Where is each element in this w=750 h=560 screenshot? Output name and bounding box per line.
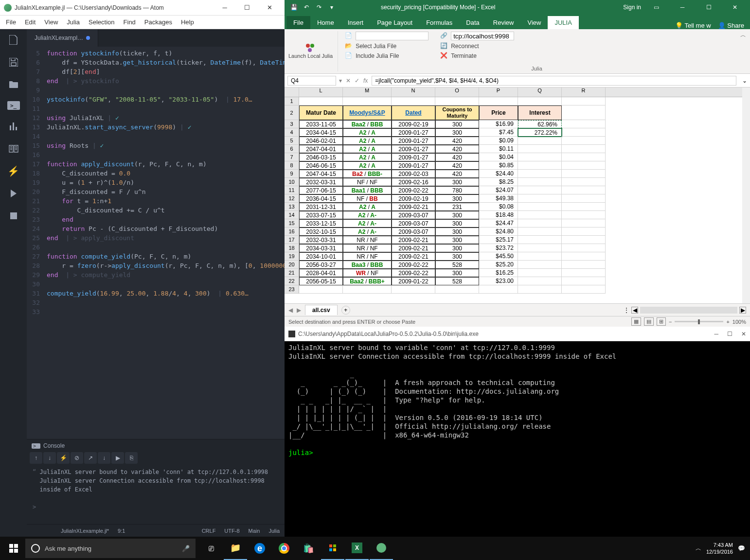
data-row[interactable]: 20 2056-03-27 Baa3 / BBB 2009-02-22 528 … (285, 261, 742, 269)
data-row[interactable]: 14 2033-07-15 A2 / A- 2009-03-07 300 $18… (285, 211, 742, 219)
maximize-button[interactable]: ☐ (697, 0, 720, 14)
tray-chevron-icon[interactable]: ︿ (696, 544, 701, 553)
undo-icon[interactable]: ↶ (301, 2, 312, 13)
menu-selection[interactable]: Selection (85, 17, 118, 28)
data-row[interactable]: 17 2032-03-31 NR / NF 2009-02-21 300 $25… (285, 236, 742, 244)
view-pagebreak-icon[interactable]: ⊞ (657, 317, 666, 326)
add-sheet-button[interactable]: + (341, 306, 350, 315)
maximize-button[interactable]: ☐ (236, 0, 258, 15)
console-bolt-button[interactable]: ⚡ (57, 452, 70, 464)
ribbon-textbox[interactable]: 📄 (344, 31, 429, 41)
console-down-button[interactable]: ↓ (43, 452, 56, 464)
status-pos[interactable]: 9:1 (118, 528, 125, 534)
data-row[interactable]: 21 2028-04-01 WR / NF 2009-02-22 300 $16… (285, 269, 742, 277)
data-row[interactable]: 16 2032-10-15 A2 / A- 2009-03-07 300 $24… (285, 228, 742, 236)
vertical-scrollbar[interactable] (742, 88, 750, 303)
start-button[interactable] (2, 537, 25, 560)
notifications-icon[interactable]: 💬 (738, 545, 745, 552)
col-N[interactable]: N (392, 88, 435, 97)
collapse-ribbon-icon[interactable]: ︿ (740, 31, 746, 39)
redo-icon[interactable]: ↷ (314, 2, 324, 13)
console-play-button[interactable]: ▶ (111, 452, 124, 464)
console-export-button[interactable]: ↗ (84, 452, 97, 464)
data-row[interactable]: 9 2047-04-15 Ba2 / BBB- 2009-02-03 420 $… (285, 170, 742, 178)
col-L[interactable]: L (299, 88, 343, 97)
data-row[interactable]: 11 2077-06-15 Baa1 / BBB 2009-02-22 780 … (285, 186, 742, 194)
edge-icon[interactable]: e (248, 537, 271, 560)
data-row[interactable]: 12 2036-04-15 NF / BB 2009-02-19 300 $49… (285, 194, 742, 203)
cancel-formula-icon[interactable]: ✕ (346, 77, 351, 84)
data-row[interactable]: 22 2056-05-15 Baa2 / BBB+ 2009-01-22 528… (285, 277, 742, 285)
data-row[interactable]: 18 2034-03-31 NR / NF 2009-02-21 300 $23… (285, 244, 742, 252)
menu-julia[interactable]: Julia (63, 17, 84, 28)
tab-pagelayout[interactable]: Page Layout (370, 16, 419, 29)
qat-customize-icon[interactable]: ▾ (326, 2, 337, 13)
scroll-left-icon[interactable]: ◀ (631, 307, 638, 314)
tellme[interactable]: 💡 Tell me w (675, 22, 711, 29)
row-1[interactable]: 1 (285, 97, 742, 105)
view-normal-icon[interactable]: ▦ (631, 317, 641, 326)
data-row[interactable]: 13 2031-12-31 A2 / A 2009-02-21 231 $0.0… (285, 203, 742, 211)
status-crlf[interactable]: CRLF (202, 528, 216, 534)
close-button[interactable]: ✕ (258, 0, 281, 15)
tab-view[interactable]: View (520, 16, 548, 29)
tab-julia[interactable]: JULIA (548, 16, 578, 29)
menu-find[interactable]: Find (120, 17, 140, 28)
menu-packages[interactable]: Packages (141, 17, 176, 28)
bars-icon[interactable] (8, 121, 19, 132)
file-icon[interactable] (8, 34, 19, 46)
menu-file[interactable]: File (2, 17, 20, 28)
save-icon[interactable] (8, 56, 19, 68)
col-M[interactable]: M (343, 88, 392, 97)
cortana-search[interactable]: Ask me anything 🎤 (25, 539, 196, 558)
horizontal-scrollbar[interactable] (640, 307, 737, 314)
data-row[interactable]: 3 2033-11-05 Baa2 / BBB 2009-02-19 300 $… (285, 120, 742, 128)
tab-review[interactable]: Review (486, 16, 521, 29)
include-julia-file[interactable]: 📄Include Julia File (344, 52, 429, 60)
formula-input[interactable]: =jlcall("compute_yield",$P4, $I4, $H4/4,… (372, 76, 736, 86)
code-content[interactable]: function ystockinfo(ticker, f, t) df = Y… (44, 47, 285, 439)
console-up-button[interactable]: ↑ (30, 452, 42, 464)
editor-tab[interactable]: JuliaInXLexampl… (27, 29, 98, 47)
maximize-button[interactable]: ☐ (727, 331, 732, 337)
excel-grid[interactable]: L M N O P Q R 1 2 Matur Date (285, 88, 750, 303)
select-julia-file[interactable]: 📂Select Julia File (344, 42, 429, 51)
minimize-button[interactable]: ─ (214, 0, 236, 15)
tab-home[interactable]: Home (310, 16, 341, 29)
data-row[interactable]: 4 2034-04-15 A2 / A 2009-01-27 300 $7.45… (285, 128, 742, 137)
close-button[interactable]: ✕ (741, 331, 746, 337)
data-row[interactable]: 7 2046-03-15 A2 / A 2009-01-27 420 $0.04 (285, 153, 742, 161)
menu-view[interactable]: View (40, 17, 62, 28)
signin-link[interactable]: Sign in (623, 4, 641, 11)
col-R[interactable]: R (562, 88, 606, 97)
bolt-icon[interactable]: ⚡ (8, 165, 19, 177)
expand-formula-icon[interactable]: ⌄ (739, 77, 750, 84)
terminate-button[interactable]: ❌Terminate (439, 52, 515, 60)
launch-julia-button[interactable]: Launch Local Julia (288, 44, 333, 59)
name-box[interactable]: Q4 (287, 76, 336, 86)
folder-icon[interactable] (8, 79, 19, 90)
minimize-button[interactable]: ─ (671, 0, 694, 14)
menu-help[interactable]: Help (177, 17, 198, 28)
close-button[interactable]: ✕ (724, 0, 746, 14)
sheet-nav-next-icon[interactable]: ▶ (297, 307, 301, 314)
taskview-icon[interactable]: ⎚ (199, 537, 223, 560)
save-icon[interactable]: 💾 (288, 2, 299, 13)
code-editor[interactable]: 5678910111213141516171819202122232425262… (27, 47, 285, 439)
atom-taskbar-icon[interactable] (370, 537, 393, 560)
data-row[interactable]: 15 2033-12-15 A2 / A- 2009-03-07 300 $24… (285, 219, 742, 228)
mic-icon[interactable]: 🎤 (182, 545, 190, 552)
data-row[interactable]: 19 2034-10-01 NR / NF 2009-02-21 300 $45… (285, 252, 742, 261)
col-P[interactable]: P (479, 88, 518, 97)
row-2-header[interactable]: 2 Matur Date Moodys/S&P Dated Coupons to… (285, 105, 742, 120)
data-row[interactable]: 8 2046-06-15 A2 / A 2009-01-27 420 $0.85 (285, 161, 742, 170)
status-branch[interactable]: Main (249, 528, 260, 534)
accept-formula-icon[interactable]: ✓ (355, 77, 359, 84)
explorer-icon[interactable]: 📁 (224, 537, 247, 560)
tcp-address[interactable]: 🔗 (439, 31, 515, 41)
zoom-in-icon[interactable]: + (726, 319, 729, 325)
col-Q[interactable]: Q (518, 88, 562, 97)
play-icon[interactable] (8, 188, 19, 199)
taskbar-clock[interactable]: 7:43 AM 12/19/2016 (706, 542, 733, 555)
data-row[interactable]: 5 2046-02-01 A2 / A 2009-01-27 420 $0.09 (285, 137, 742, 145)
